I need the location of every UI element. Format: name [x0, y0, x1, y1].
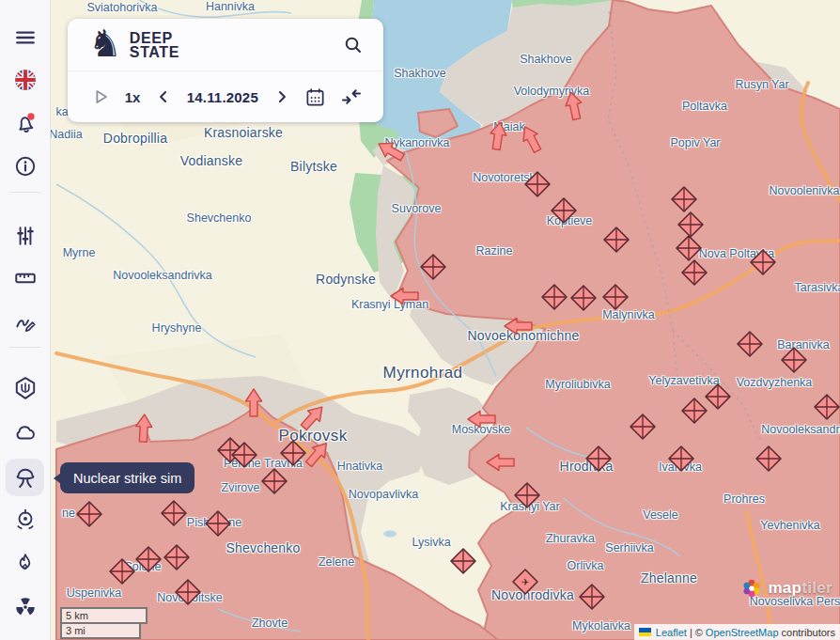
search-icon	[342, 34, 365, 56]
combat-clash-marker[interactable]	[262, 469, 287, 493]
advance-arrow	[468, 412, 495, 428]
layers-settings-button[interactable]	[6, 217, 44, 255]
deepstate-logo-icon: ♞	[88, 24, 122, 62]
nuclear-strike-sim-button[interactable]	[6, 459, 44, 496]
strike-target-button[interactable]	[6, 501, 44, 539]
trident-hexagon-icon	[13, 376, 38, 400]
scale-mi: 3 mi	[60, 624, 141, 639]
combat-clash-marker[interactable]	[542, 285, 567, 309]
search-button[interactable]	[342, 34, 365, 56]
logo-line-1: DEEP	[130, 31, 179, 45]
combat-clash-marker[interactable]	[815, 395, 839, 419]
speed-button[interactable]: 1x	[125, 89, 141, 105]
language-flag-button[interactable]	[6, 61, 44, 99]
combat-clash-marker[interactable]	[672, 187, 696, 211]
advance-arrow	[303, 438, 333, 469]
flame-icon	[13, 552, 38, 576]
combat-clash-marker[interactable]	[421, 255, 445, 279]
draw-button[interactable]	[6, 303, 44, 340]
combat-clash-marker[interactable]	[552, 198, 576, 223]
combat-clash-marker[interactable]	[164, 545, 189, 570]
notification-badge	[27, 113, 34, 119]
impact-target-icon	[13, 507, 38, 532]
play-button[interactable]	[90, 86, 111, 107]
info-icon	[13, 154, 38, 179]
combat-clash-marker[interactable]	[136, 547, 161, 571]
menu-button[interactable]	[6, 19, 44, 56]
combat-clash-marker[interactable]	[571, 286, 596, 310]
deepstate-map-app: SviatohorivkaHannivkakaNadiiaDobropillia…	[0, 0, 840, 640]
pencil-scribble-icon	[13, 309, 38, 334]
airstrike-marker[interactable]	[513, 570, 537, 594]
combat-clash-marker[interactable]	[451, 549, 475, 573]
menu-icon	[13, 25, 38, 50]
combat-clash-marker[interactable]	[677, 236, 701, 260]
mushroom-cloud-icon	[12, 464, 39, 491]
maptiler-pinwheel-icon	[739, 576, 764, 601]
prev-day-button[interactable]	[154, 87, 173, 106]
advance-arrow	[391, 289, 418, 304]
weather-button[interactable]	[6, 414, 44, 451]
radiation-button[interactable]	[6, 588, 44, 626]
advance-arrow	[487, 455, 514, 471]
control-panel: ♞ DEEP STATE 1x	[68, 19, 383, 122]
ruler-icon	[13, 266, 38, 290]
uk-flag-icon	[13, 68, 38, 92]
advance-arrow	[563, 91, 584, 121]
merge-arrows-icon	[340, 86, 363, 108]
combat-clash-marker[interactable]	[580, 585, 604, 609]
combat-clash-marker[interactable]	[782, 348, 806, 372]
osm-link[interactable]: OpenStreetMap	[706, 627, 779, 638]
combat-clash-marker[interactable]	[586, 446, 611, 471]
combat-clash-marker[interactable]	[706, 384, 730, 409]
advance-arrow	[135, 414, 152, 443]
cloud-icon	[13, 420, 38, 445]
ukraine-flag-icon	[639, 628, 651, 636]
combat-clash-marker[interactable]	[77, 502, 101, 526]
combat-clash-marker[interactable]	[162, 501, 186, 525]
chevron-left-icon	[154, 87, 173, 106]
nuclear-strike-sim-tooltip: Nuclear strike sim	[60, 462, 194, 493]
combat-clash-marker[interactable]	[751, 250, 775, 274]
combat-clash-marker[interactable]	[525, 172, 550, 196]
panel-header: ♞ DEEP STATE	[68, 19, 383, 70]
combat-clash-marker[interactable]	[682, 260, 707, 285]
fire-button[interactable]	[6, 545, 44, 583]
info-button[interactable]	[6, 148, 44, 185]
chevron-right-icon	[272, 87, 291, 106]
timeline-controls: 1x 14.11.2025	[68, 71, 383, 122]
next-day-button[interactable]	[272, 87, 291, 106]
combat-clash-marker[interactable]	[176, 580, 200, 604]
bell-icon	[13, 111, 38, 135]
scale-bar: 5 km 3 mi	[60, 607, 148, 639]
combat-clash-marker[interactable]	[110, 559, 134, 584]
advance-arrow	[375, 137, 407, 164]
notifications-button[interactable]	[6, 104, 44, 142]
radiation-icon	[13, 595, 38, 619]
measure-button[interactable]	[6, 259, 44, 297]
copyright-symbol: ©	[695, 627, 703, 638]
calendar-button[interactable]	[304, 86, 326, 108]
combat-clash-marker[interactable]	[206, 511, 230, 536]
maptiler-logo[interactable]: maptiler	[739, 576, 832, 601]
deepstate-emblem-button[interactable]	[6, 369, 44, 407]
combat-clash-marker[interactable]	[603, 285, 628, 309]
scale-km: 5 km	[60, 607, 148, 624]
combat-clash-marker[interactable]	[515, 483, 539, 507]
combat-clash-marker[interactable]	[281, 441, 305, 465]
current-date[interactable]: 14.11.2025	[187, 89, 258, 105]
compare-dates-button[interactable]	[340, 86, 363, 108]
combat-clash-marker[interactable]	[678, 212, 703, 237]
sidebar	[0, 0, 51, 640]
deepstate-logo-text: DEEP STATE	[130, 31, 179, 59]
advance-arrow	[505, 319, 532, 335]
attribution-suffix: contributors	[782, 627, 835, 638]
combat-clash-marker[interactable]	[756, 446, 781, 471]
leaflet-link[interactable]: Leaflet	[656, 627, 687, 638]
combat-clash-marker[interactable]	[669, 446, 693, 471]
combat-clash-marker[interactable]	[604, 227, 629, 252]
combat-clash-marker[interactable]	[682, 398, 707, 423]
sliders-icon	[13, 224, 38, 248]
combat-clash-marker[interactable]	[630, 414, 655, 439]
combat-clash-marker[interactable]	[738, 332, 762, 356]
